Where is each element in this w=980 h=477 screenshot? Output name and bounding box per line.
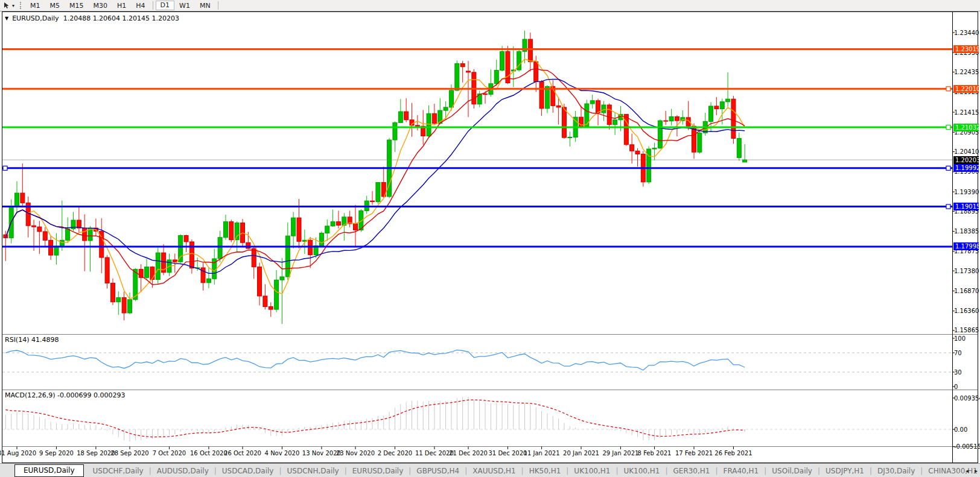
- horizontal-price-lines: [2, 49, 952, 246]
- tab-scroll-arrows: ◂▸: [966, 464, 978, 477]
- chart-tab-hk50-h1[interactable]: HK50,H1: [524, 467, 567, 475]
- chart-tab-usdcnh-daily[interactable]: USDCNH,Daily: [282, 467, 345, 475]
- macd-tick-label: 0.00: [954, 426, 979, 434]
- hline-handle[interactable]: [946, 87, 950, 91]
- price-tick-label: 1.15865: [954, 326, 979, 334]
- cursor-tool-button[interactable]: ▾: [2, 1, 16, 10]
- rsi-indicator-label: RSI(14) 41.4898: [5, 336, 59, 344]
- cursor-icon: [4, 0, 10, 11]
- hline-price-label: 1.21032: [953, 124, 979, 131]
- date-label: 18 Sep 2020: [77, 450, 115, 456]
- chart-tab-eurusd-daily[interactable]: EURUSD,Daily: [14, 464, 84, 477]
- chart-tab-usdjpy-h1[interactable]: USDJPY,H1: [820, 467, 870, 475]
- panel-separators: [2, 335, 978, 447]
- chart-title: ▼EURUSD,Daily 1.20488 1.20604 1.20145 1.…: [5, 14, 179, 22]
- chart-ohlc-values: 1.20488 1.20604 1.20145 1.20203: [63, 14, 179, 22]
- timeframe-button-MN[interactable]: MN: [195, 1, 215, 10]
- timeframe-button-group: M1M5M15M30H1H4D1W1MN: [25, 0, 221, 11]
- timeframe-button-W1[interactable]: W1: [174, 1, 195, 10]
- rsi-tick-label: 30: [954, 368, 979, 376]
- timeframe-button-M5[interactable]: M5: [45, 1, 65, 10]
- hline-price-label: 1.19992: [953, 164, 979, 172]
- ma-line-5: [5, 59, 745, 299]
- collapse-triangle-icon[interactable]: ▼: [5, 16, 8, 21]
- axis-tick-marks: [17, 33, 955, 449]
- price-tick-label: 1.21415: [954, 109, 979, 116]
- price-tick-label: 1.17380: [954, 267, 979, 275]
- date-label: 21 Dec 2020: [449, 450, 488, 456]
- hline-price-label: 1.23019: [953, 45, 979, 53]
- date-label: 2 Dec 2020: [378, 450, 413, 456]
- chart-tab-xauusd-h1[interactable]: XAUUSD,H1: [467, 467, 521, 475]
- price-tick-label: 1.22435: [954, 68, 979, 76]
- hline-handle[interactable]: [946, 125, 950, 130]
- chart-tab-usdchf-daily[interactable]: USDCHF,Daily: [88, 467, 149, 475]
- ma-line-20: [5, 80, 745, 274]
- candlesticks: [4, 31, 747, 324]
- macd-histogram: [5, 397, 745, 441]
- price-tick-label: 1.18385: [954, 227, 979, 235]
- tab-scroll-right-icon[interactable]: ▸: [975, 467, 978, 474]
- rsi-tick-label: 70: [954, 349, 979, 357]
- timeframe-button-M1[interactable]: M1: [25, 1, 45, 10]
- chart-tab-bar: EURUSD,DailyUSDCHF,Daily|AUDUSD,Daily|US…: [0, 463, 980, 477]
- chart-tab-usdcad-daily[interactable]: USDCAD,Daily: [217, 467, 279, 475]
- chart-tab-gbpusd-h4[interactable]: GBPUSD,H4: [411, 467, 465, 475]
- top-toolbar: ▾ M1M5M15M30H1H4D1W1MN: [0, 0, 980, 11]
- timeframe-button-D1[interactable]: D1: [156, 1, 174, 10]
- timeframe-button-H4[interactable]: H4: [131, 1, 150, 10]
- current-price-label: 1.20203: [953, 156, 979, 164]
- date-label: 26 Feb 2021: [714, 450, 752, 456]
- price-chart-canvas[interactable]: [0, 0, 980, 477]
- macd-tick-label: 0.009354: [954, 394, 979, 402]
- chart-tab-audusd-daily[interactable]: AUDUSD,Daily: [151, 467, 214, 475]
- date-label: 13 Nov 2020: [302, 450, 341, 456]
- macd-tick-label: -0.005156: [954, 443, 979, 450]
- toolbar-separator: [153, 1, 153, 10]
- macd-indicator-label: MACD(12,26,9) -0.000699 0.000293: [5, 391, 125, 399]
- hline-handle[interactable]: [946, 204, 950, 209]
- hline-price-label: 1.19015: [953, 203, 979, 210]
- chart-tab-uk100-h1[interactable]: UK100,H1: [618, 467, 665, 475]
- date-label: 9 Sep 2020: [39, 450, 74, 456]
- hline-handle[interactable]: [3, 166, 7, 170]
- indicator-level-lines: [2, 353, 952, 429]
- chart-tab-fra40-h1[interactable]: FRA40,H1: [718, 467, 765, 475]
- date-label: 31 Aug 2020: [0, 450, 36, 456]
- chart-tab-ger30-h1[interactable]: GER30,H1: [668, 467, 716, 475]
- hline-price-label: 1.22010: [953, 85, 979, 93]
- date-label: 20 Jan 2021: [563, 450, 599, 456]
- chart-tab-uk100-h1[interactable]: UK100,H1: [568, 467, 616, 475]
- rsi-tick-label: 0: [954, 383, 979, 391]
- date-label: 8 Feb 2021: [638, 450, 672, 456]
- date-label: 26 Oct 2020: [224, 450, 261, 456]
- timeframe-button-M30[interactable]: M30: [89, 1, 113, 10]
- date-label: 7 Oct 2020: [153, 450, 186, 456]
- toolbar-grip-handle[interactable]: [20, 2, 21, 9]
- macd-signal-line: [5, 400, 745, 437]
- date-label: 4 Nov 2020: [265, 450, 300, 456]
- price-tick-label: 1.16360: [954, 307, 979, 315]
- chart-tab-usoil-daily[interactable]: USOil,Daily: [766, 467, 818, 475]
- hline-handle[interactable]: [946, 166, 950, 170]
- rsi-tick-label: 100: [954, 335, 979, 343]
- timeframe-button-M15[interactable]: M15: [65, 1, 89, 10]
- ma-line-10: [5, 69, 745, 285]
- date-label: 28 Sep 2020: [110, 450, 148, 456]
- chart-symbol-label: EURUSD,Daily: [12, 14, 59, 22]
- toolbar-separator: [218, 1, 218, 10]
- chart-tab-dj30-daily[interactable]: DJ30,Daily: [872, 467, 920, 475]
- chart-window-border: [2, 12, 978, 463]
- price-tick-label: 1.19390: [954, 188, 979, 196]
- chart-tab-eurusd-daily[interactable]: EURUSD,Daily: [347, 467, 409, 475]
- hline-price-label: 1.17998: [953, 242, 979, 250]
- timeframe-button-H1[interactable]: H1: [112, 1, 131, 10]
- price-tick-label: 1.20410: [954, 148, 979, 156]
- date-label: 17 Feb 2021: [675, 450, 713, 456]
- tab-scroll-left-icon[interactable]: ◂: [966, 467, 969, 474]
- price-tick-label: 1.23440: [954, 29, 979, 37]
- date-label: 29 Jan 2021: [602, 450, 638, 456]
- chevron-down-icon: ▾: [12, 3, 14, 8]
- date-label: 23 Nov 2020: [336, 450, 375, 456]
- date-label: 16 Oct 2020: [190, 450, 228, 456]
